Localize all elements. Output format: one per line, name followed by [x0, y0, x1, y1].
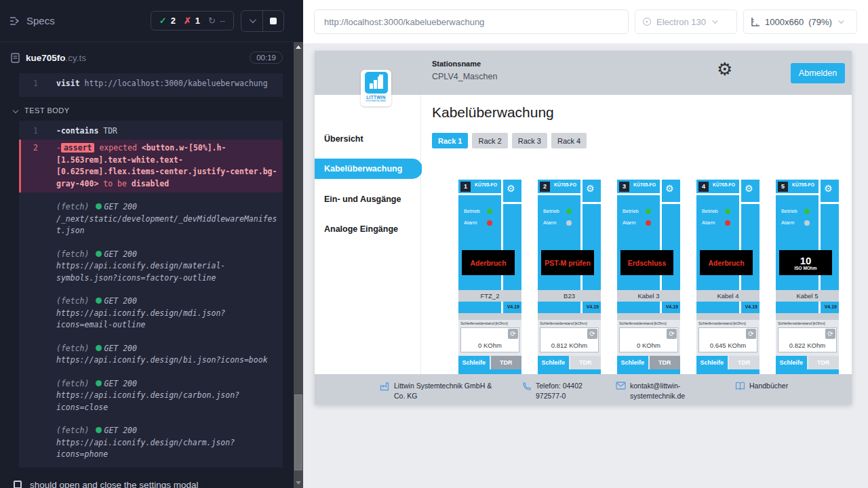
device-settings-icon[interactable]: ⚙: [745, 184, 753, 193]
specs-list-icon[interactable]: [9, 16, 20, 26]
resistance-value: 0.822 KOhm: [778, 342, 836, 349]
betrieb-led: [487, 209, 492, 214]
fetch-row[interactable]: (fetch)GET 200 https://api.iconify.desig…: [19, 246, 283, 287]
cable-name: FTZ_2: [458, 290, 521, 302]
device-settings-icon[interactable]: ⚙: [586, 184, 595, 193]
cross-icon: ✗: [184, 16, 191, 26]
alarm-led: [487, 220, 492, 226]
settings-gear-icon[interactable]: ⚙: [717, 60, 732, 78]
stop-icon: [270, 18, 277, 24]
status-ok-dot: [96, 203, 102, 209]
schleife-button[interactable]: Schleife: [617, 356, 648, 369]
tdr-button[interactable]: TDR: [808, 356, 840, 369]
test-body-section[interactable]: TEST BODY: [14, 106, 294, 115]
schleife-button[interactable]: Schleife: [458, 356, 490, 369]
device-cards: 1 KÜ705-FO ⚙ Betrieb Alarm Aderbruch FTZ…: [458, 180, 839, 374]
tab-rack-2[interactable]: Rack 2: [472, 133, 507, 148]
device-settings-icon[interactable]: ⚙: [665, 184, 674, 193]
refresh-icon: ↻: [208, 16, 216, 26]
test-stats: ✓2 ✗1 ↻--: [151, 11, 234, 30]
footer-email[interactable]: kontakt@littwin-systemtechnik.de: [616, 381, 684, 401]
device-settings-icon[interactable]: ⚙: [507, 184, 515, 193]
sidebar-item-uebersicht[interactable]: Übersicht: [324, 134, 363, 144]
command-row-contains[interactable]: 1 -contains TDR: [19, 123, 283, 140]
spec-file-row[interactable]: kue705fo.cy.ts 00:19: [0, 42, 294, 73]
command-contains: -contains: [56, 126, 98, 136]
divider: [458, 313, 521, 320]
cypress-reporter: Specs ✓2 ✗1 ↻-- kue705fo.cy.ts 00:19 1 v…: [0, 0, 294, 488]
stat-passed[interactable]: ✓2: [159, 16, 176, 26]
betrieb-led: [646, 209, 651, 214]
device-number: 3: [619, 182, 629, 192]
viewport-select[interactable]: 1000x660 (79%): [743, 9, 857, 34]
device-card: 1 KÜ705-FO ⚙ Betrieb Alarm Aderbruch FTZ…: [458, 180, 521, 374]
sidebar-item-analoge-eingaenge[interactable]: Analoge Eingänge: [324, 224, 398, 234]
fetch-row[interactable]: (fetch)GET 200 /_next/static/development…: [19, 199, 283, 240]
sidebar-item-kabelueberwachung[interactable]: Kabelüberwachung: [315, 159, 422, 179]
logo-icon: [365, 72, 388, 94]
chevron-down-icon: [712, 18, 717, 23]
main-content: Kabelüberwachung Rack 1 Rack 2 Rack 3 Ra…: [422, 95, 852, 374]
device-settings-icon[interactable]: ⚙: [824, 184, 833, 193]
firmware-version: V4.19: [507, 304, 519, 309]
card-section-strip: [776, 369, 839, 374]
card-section-strip: [458, 369, 521, 374]
footer-company: Littwin Systemtechnik GmbH & Co. KG: [380, 381, 500, 401]
tdr-button[interactable]: TDR: [491, 356, 522, 369]
device-title: KÜ705-FO: [709, 182, 739, 187]
runner-controls: [241, 10, 284, 32]
fetch-row[interactable]: (fetch)GET 200 https://api.iconify.desig…: [19, 422, 283, 464]
device-card: 2 KÜ705-FO ⚙ Betrieb Alarm PST-M prüfen …: [538, 180, 601, 374]
fetch-row[interactable]: (fetch)GET 200 https://api.iconify.desig…: [19, 375, 283, 417]
stop-button[interactable]: [262, 11, 283, 31]
schleife-button[interactable]: Schleife: [776, 356, 807, 369]
url-input[interactable]: [314, 9, 629, 34]
logout-button[interactable]: Abmelden: [791, 63, 845, 83]
schleife-button[interactable]: Schleife: [696, 356, 728, 369]
app-header: Stationsname CPLV4_Maschen ⚙ Abmelden: [315, 51, 852, 95]
device-title: KÜ705-FO: [550, 182, 580, 187]
resistance-label: Schleifenwiderstand [kOhm]: [460, 321, 508, 325]
iso-unit: ISO MOhm: [794, 266, 816, 270]
refresh-button[interactable]: ⟳: [825, 329, 835, 339]
scroll-down-arrow[interactable]: [296, 481, 301, 485]
chevron-down-icon: [838, 18, 844, 23]
refresh-button[interactable]: ⟳: [746, 329, 756, 339]
device-number: 4: [698, 182, 709, 192]
footer-manuals[interactable]: Handbücher: [735, 381, 788, 391]
stat-failed[interactable]: ✗1: [184, 16, 200, 26]
pending-test-row[interactable]: should open and close the settings modal: [14, 480, 294, 488]
iso-value: 10: [800, 256, 812, 266]
command-log-visit: 1 visit http://localhost:3000/kabelueber…: [19, 73, 283, 97]
tdr-button[interactable]: TDR: [570, 356, 601, 369]
tab-rack-1[interactable]: Rack 1: [432, 133, 468, 148]
command-row-visit[interactable]: 1 visit http://localhost:3000/kabelueber…: [19, 75, 283, 93]
scrollbar-track[interactable]: [294, 42, 303, 488]
tab-rack-3[interactable]: Rack 3: [512, 133, 547, 148]
refresh-button[interactable]: ⟳: [667, 329, 677, 339]
assert-chip: assert: [61, 143, 95, 152]
reporter-header: Specs ✓2 ✗1 ↻--: [0, 0, 294, 42]
refresh-button[interactable]: ⟳: [587, 329, 597, 339]
command-row-assert-failed[interactable]: 2 -assert expected <button.w-[50%].h-[1.…: [19, 140, 283, 192]
schleife-button[interactable]: Schleife: [538, 356, 569, 369]
cable-name: Kabel 5: [776, 290, 839, 302]
fetch-row[interactable]: (fetch)GET 200 https://api.iconify.desig…: [19, 340, 283, 369]
betrieb-led: [566, 209, 572, 214]
scrollbar-thumb[interactable]: [294, 394, 302, 470]
tdr-button[interactable]: TDR: [729, 356, 760, 369]
app-footer: Littwin Systemtechnik GmbH & Co. KG Tele…: [315, 374, 852, 405]
footer-phone[interactable]: Telefon: 04402 972577-0: [522, 381, 606, 401]
browser-select[interactable]: Electron 130: [635, 9, 737, 34]
tab-rack-4[interactable]: Rack 4: [551, 133, 587, 148]
stat-pending[interactable]: ↻--: [208, 16, 225, 26]
command-log-body: 1 -contains TDR 2 -assert expected <butt…: [19, 121, 283, 468]
tdr-button[interactable]: TDR: [650, 356, 681, 369]
scroll-up-arrow[interactable]: [296, 45, 301, 49]
fetch-row[interactable]: (fetch)GET 200 https://api.iconify.desig…: [19, 293, 283, 334]
collapse-button[interactable]: [241, 11, 262, 31]
refresh-button[interactable]: ⟳: [508, 329, 518, 339]
sidebar-item-ein-und-ausgaenge[interactable]: Ein- und Ausgänge: [324, 195, 401, 204]
specs-label[interactable]: Specs: [26, 15, 55, 26]
resistance-label: Schleifenwiderstand [kOhm]: [698, 321, 746, 325]
